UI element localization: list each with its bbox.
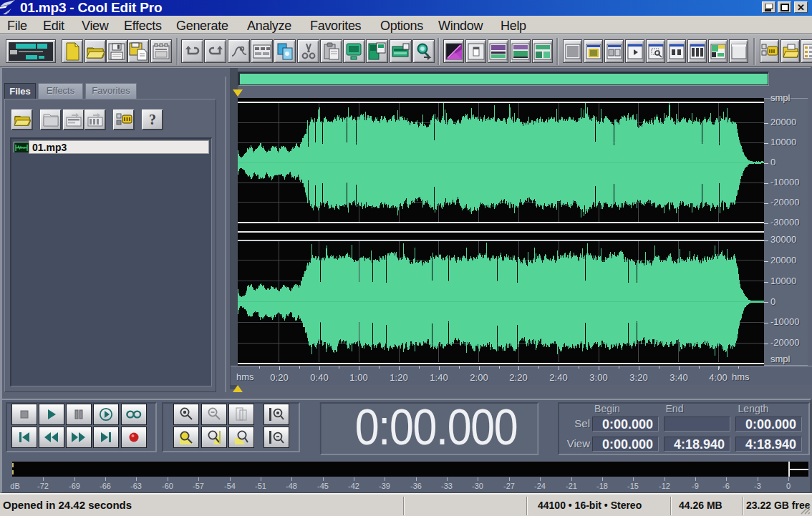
svg-text:?: ?	[149, 112, 156, 127]
